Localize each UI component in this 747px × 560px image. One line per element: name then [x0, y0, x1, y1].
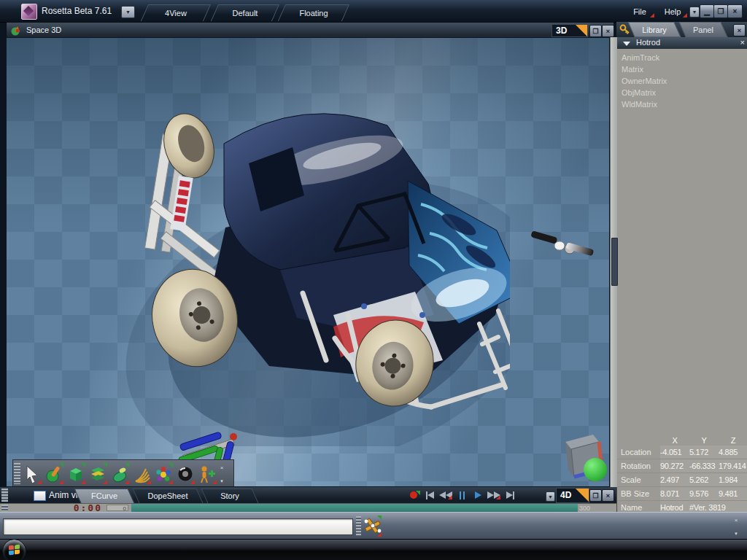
tool-variant-indicator	[37, 480, 42, 484]
layout-tab-floating[interactable]: Floating	[282, 4, 346, 21]
tab-story-label: Story	[204, 489, 255, 503]
scale-y[interactable]: 5.262	[689, 475, 719, 484]
curve-fan-icon[interactable]	[131, 462, 152, 486]
toolbar-grip[interactable]	[14, 463, 20, 485]
timeline-strip: 0:00 0 300	[0, 503, 616, 512]
space3d-close-button[interactable]: ×	[602, 25, 614, 37]
bbsize-x[interactable]: 8.071	[660, 489, 689, 498]
bbsize-y[interactable]: 9.576	[689, 489, 719, 498]
anim-close-button[interactable]: ×	[602, 489, 614, 502]
layout-tab-default-label: Default	[214, 4, 276, 21]
tool-state-indicator	[103, 463, 107, 467]
record-button[interactable]	[406, 489, 422, 501]
viewport-scrollbar[interactable]	[610, 37, 617, 487]
transform-jack-orange-icon[interactable]	[362, 514, 383, 538]
select-cursor-icon[interactable]	[21, 462, 43, 486]
attribute-matrix[interactable]: Matrix	[617, 63, 747, 75]
object-panel-close-icon[interactable]: ×	[740, 38, 745, 47]
tab-library-label: Library	[631, 22, 678, 37]
tool-state-indicator	[377, 516, 382, 520]
layout-tab-default[interactable]: Default	[214, 4, 276, 21]
close-button[interactable]: ×	[727, 4, 743, 18]
right-panel-close-button[interactable]: ×	[733, 24, 746, 36]
tab-story[interactable]: Story	[204, 489, 255, 503]
location-z[interactable]: 4.885	[719, 448, 747, 456]
hotrod-model[interactable]: 3	[116, 74, 510, 446]
layout-tab-4view[interactable]: 4View	[144, 4, 207, 21]
anim-view-icon[interactable]	[34, 491, 46, 501]
material-spheres-icon[interactable]	[152, 462, 174, 486]
restore-button[interactable]: ❐	[713, 4, 728, 18]
timeline-track[interactable]	[131, 504, 578, 512]
timeline-grip[interactable]	[1, 505, 8, 511]
file-menu[interactable]: File	[624, 4, 655, 18]
location-y[interactable]: 5.172	[689, 448, 719, 456]
anim-restore-button[interactable]: ❐	[589, 489, 602, 502]
main-toolbar-expand-icon[interactable]: ▼	[734, 532, 738, 536]
rotation-y[interactable]: -66.333	[689, 462, 719, 470]
rewind-button[interactable]	[438, 489, 454, 501]
tab-panel[interactable]: Panel	[682, 22, 724, 37]
start-flag-yellow	[15, 550, 20, 555]
viewport-toolbar-expand-icon[interactable]: ▼	[220, 479, 224, 483]
main-toolbar-close-icon[interactable]: ×	[735, 517, 738, 524]
satellite-object[interactable]	[528, 224, 597, 268]
help-menu[interactable]: Help	[657, 4, 688, 18]
tool-state-indicator	[125, 463, 129, 467]
help-menu-indicator	[683, 13, 687, 18]
tire-primitive-icon[interactable]	[174, 462, 196, 486]
table-row-scale: Scale 2.497 5.262 1.984	[617, 473, 747, 487]
space3d-restore-button[interactable]: ❐	[589, 25, 602, 37]
bbsize-z[interactable]: 9.481	[719, 489, 747, 498]
anim-bar-grip[interactable]	[1, 489, 8, 502]
minimize-button[interactable]: ▁	[700, 4, 714, 18]
view-4d-button[interactable]: 4D	[556, 488, 589, 503]
rotation-x[interactable]: 90.272	[660, 462, 689, 470]
col-header-x: X	[660, 436, 689, 445]
start-button[interactable]	[2, 539, 26, 560]
tab-dopesheet-label: DopeSheet	[136, 489, 200, 503]
tab-dopesheet[interactable]: DopeSheet	[136, 489, 200, 503]
transform-table: X Y Z Location -4.051 5.172 4.885 Rotati…	[617, 435, 747, 512]
main-toolbar-grip[interactable]	[356, 516, 361, 536]
go-start-button[interactable]	[422, 489, 438, 501]
character-plus-icon[interactable]	[196, 462, 218, 486]
viewport-scrollbar-handle[interactable]	[611, 238, 618, 286]
fast-forward-button[interactable]	[486, 489, 502, 501]
collapse-arrow-icon[interactable]	[623, 42, 630, 46]
play-button[interactable]	[470, 489, 486, 501]
viewport-toolbar: × ▼	[12, 459, 234, 487]
tool-state-indicator	[169, 463, 173, 467]
object-name-value[interactable]: Hotrod	[660, 503, 689, 512]
current-frame-field[interactable]: 0	[107, 505, 128, 511]
rewind-variant	[448, 495, 452, 499]
playback-dropdown[interactable]: ▼	[546, 491, 555, 502]
object-panel-header[interactable]: Hotrod ×	[617, 37, 747, 49]
layout-tab-4view-label: 4View	[144, 4, 207, 21]
pause-button[interactable]	[454, 489, 470, 501]
surface-layers-icon[interactable]	[87, 462, 109, 486]
viewport-toolbar-close-icon[interactable]: ×	[220, 464, 224, 471]
object-version: #Ver. 3819	[689, 503, 747, 512]
menu-overflow-dropdown[interactable]: ▼	[689, 7, 700, 18]
viewport-3d[interactable]: 3	[6, 37, 610, 487]
paint-object-icon[interactable]	[43, 462, 65, 486]
attribute-objmatrix[interactable]: ObjMatrix	[617, 87, 747, 98]
location-x[interactable]: -4.051	[660, 448, 689, 456]
scale-x[interactable]: 2.497	[660, 475, 689, 484]
go-end-button[interactable]	[502, 489, 518, 501]
view-3d-button[interactable]: 3D	[551, 24, 588, 37]
rotation-z[interactable]: 179.414	[719, 462, 747, 470]
tool-state-indicator	[59, 463, 63, 467]
playback-controls	[406, 489, 518, 501]
scale-z[interactable]: 1.984	[719, 475, 747, 484]
attribute-animtrack[interactable]: AnimTrack	[617, 52, 747, 63]
view-corner-widget[interactable]	[561, 432, 610, 481]
sweep-tool-icon[interactable]	[109, 462, 131, 486]
tab-fcurve[interactable]: FCurve	[77, 489, 131, 503]
cube-primitive-icon[interactable]	[65, 462, 87, 486]
attribute-wldmatrix[interactable]: WldMatrix	[617, 98, 747, 110]
attribute-ownermatrix[interactable]: OwnerMatrix	[617, 75, 747, 87]
app-title-dropdown[interactable]: ▼	[121, 6, 135, 18]
tab-library[interactable]: Library	[631, 22, 678, 37]
